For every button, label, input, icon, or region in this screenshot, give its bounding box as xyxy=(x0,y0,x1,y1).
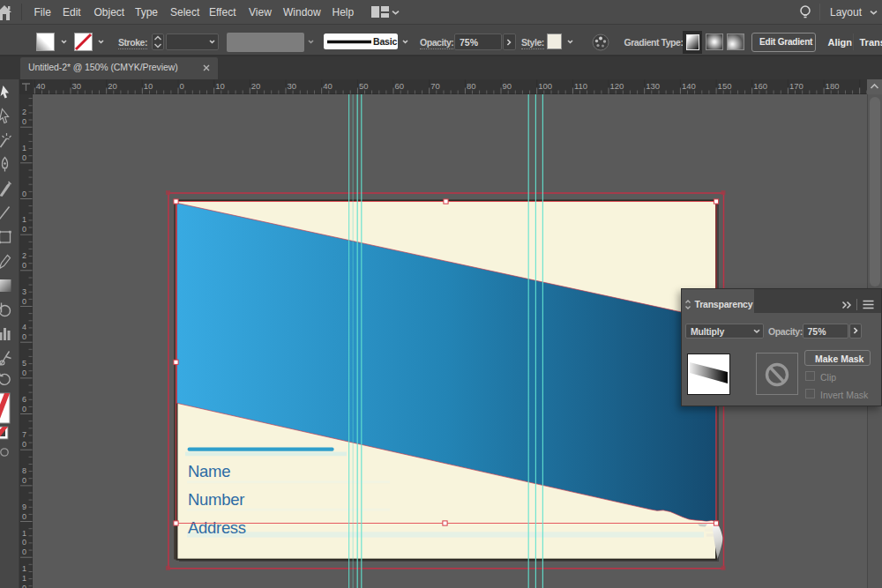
svg-text:1: 1 xyxy=(22,574,26,583)
svg-text:0: 0 xyxy=(22,297,26,306)
svg-text:7: 7 xyxy=(22,430,26,439)
svg-text:40: 40 xyxy=(36,81,46,91)
svg-text:180: 180 xyxy=(826,81,840,91)
svg-text:20: 20 xyxy=(251,81,261,91)
svg-text:150: 150 xyxy=(718,81,732,91)
svg-text:0: 0 xyxy=(22,261,26,270)
svg-text:100: 100 xyxy=(538,81,552,91)
svg-text:Number: Number xyxy=(188,490,244,509)
svg-text:20: 20 xyxy=(108,81,117,91)
svg-text:170: 170 xyxy=(789,81,804,91)
svg-text:6: 6 xyxy=(22,395,26,404)
svg-text:0: 0 xyxy=(22,476,26,485)
svg-text:160: 160 xyxy=(753,81,767,91)
svg-text:0: 0 xyxy=(22,512,26,521)
svg-text:2: 2 xyxy=(22,108,26,116)
svg-text:40: 40 xyxy=(323,81,333,91)
svg-text:0: 0 xyxy=(22,584,26,588)
svg-text:130: 130 xyxy=(646,81,660,91)
svg-text:60: 60 xyxy=(395,81,405,91)
svg-text:0: 0 xyxy=(22,117,26,126)
svg-text:30: 30 xyxy=(72,81,82,91)
svg-text:3: 3 xyxy=(22,287,26,296)
svg-text:2: 2 xyxy=(22,251,26,260)
svg-text:Address: Address xyxy=(188,518,246,537)
svg-text:80: 80 xyxy=(467,81,476,91)
svg-text:70: 70 xyxy=(430,81,440,91)
svg-text:1: 1 xyxy=(22,215,26,224)
svg-text:0: 0 xyxy=(22,225,26,234)
svg-text:90: 90 xyxy=(503,81,512,91)
svg-text:4: 4 xyxy=(22,323,26,331)
svg-text:1: 1 xyxy=(22,529,26,538)
svg-text:0: 0 xyxy=(22,332,26,341)
svg-text:50: 50 xyxy=(359,81,369,91)
svg-text:0: 0 xyxy=(180,81,184,91)
svg-text:30: 30 xyxy=(288,81,297,91)
svg-text:Name: Name xyxy=(188,462,230,480)
svg-text:110: 110 xyxy=(574,81,587,91)
svg-text:1: 1 xyxy=(22,144,26,153)
svg-text:0: 0 xyxy=(22,153,26,162)
svg-text:9: 9 xyxy=(22,502,26,511)
svg-text:140: 140 xyxy=(682,81,696,91)
svg-text:10: 10 xyxy=(144,81,153,91)
svg-text:0: 0 xyxy=(22,190,26,198)
svg-text:8: 8 xyxy=(22,466,26,475)
svg-text:5: 5 xyxy=(22,359,26,368)
svg-text:0: 0 xyxy=(22,440,26,449)
svg-text:0: 0 xyxy=(22,405,26,413)
svg-text:0: 0 xyxy=(22,368,26,377)
svg-text:10: 10 xyxy=(215,81,225,91)
svg-text:0: 0 xyxy=(22,538,26,547)
svg-text:0: 0 xyxy=(22,547,26,556)
svg-text:1: 1 xyxy=(22,564,26,573)
svg-text:120: 120 xyxy=(610,81,624,91)
